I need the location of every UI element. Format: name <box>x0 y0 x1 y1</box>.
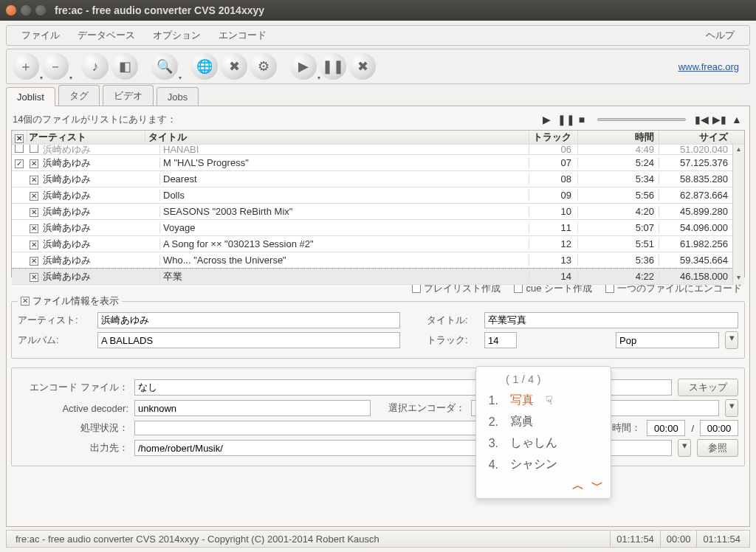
cell-title: A Song for ×× "030213 Session #2" <box>159 238 529 249</box>
seek-slider[interactable] <box>597 118 686 121</box>
table-row[interactable]: ✕浜崎あゆみDearest085:3458.835.280 <box>12 171 732 187</box>
album-label: アルバム: <box>18 334 92 347</box>
media-play-icon[interactable]: ▶ <box>540 114 553 125</box>
search-icon[interactable]: 🔍▾ <box>151 53 178 80</box>
table-row[interactable]: ✕浜崎あゆみ卒業144:2246.158.000 <box>12 269 732 285</box>
artist-input[interactable] <box>97 312 400 328</box>
tab-tags[interactable]: タグ <box>58 85 100 106</box>
browse-button[interactable]: 参照 <box>697 439 738 457</box>
genre-dropdown-icon[interactable]: ▾ <box>725 331 738 349</box>
col-time[interactable]: 時間 <box>577 131 659 144</box>
col-size[interactable]: サイズ <box>659 131 732 144</box>
genre-input[interactable] <box>616 332 719 348</box>
ime-candidate-4[interactable]: 4. シャシン <box>484 454 603 475</box>
ime-counter: ( 1 / 4 ) <box>484 373 603 385</box>
menu-encode[interactable]: エンコード <box>210 26 275 45</box>
title-input[interactable] <box>484 312 738 328</box>
remove-file-button[interactable]: －▾ <box>42 53 69 80</box>
track-label: トラック: <box>427 334 478 347</box>
decoder-input[interactable] <box>134 400 371 416</box>
ime-popup: ( 1 / 4 ) 1. 写真 ☟ 2. 寫眞 3. しゃしん 4. シャシン … <box>475 366 611 499</box>
tab-video[interactable]: ビデオ <box>103 85 154 106</box>
encoder-dropdown-icon[interactable]: ▾ <box>725 399 738 417</box>
row-check[interactable]: ✕ <box>30 176 38 184</box>
table-row[interactable]: ✕浜崎あゆみVoyage115:0754.096.000 <box>12 220 732 236</box>
row-check-outer[interactable]: ✓ <box>15 159 24 168</box>
table-row[interactable]: ✕浜崎あゆみDolls095:5662.873.664 <box>12 187 732 204</box>
play-button[interactable]: ▶▾ <box>290 53 317 80</box>
close-icon[interactable] <box>6 5 16 15</box>
menu-options[interactable]: オプション <box>144 26 210 45</box>
tab-jobs[interactable]: Jobs <box>157 87 199 106</box>
cell-time: 4:22 <box>577 271 659 282</box>
table-body: 浜崎めゆみHANABI064:4951.020.040✓✕浜崎あゆみM "HΛL… <box>12 145 732 285</box>
table-row[interactable]: ✓✕浜崎あゆみM "HΛL'S Progress"075:2457.125.37… <box>12 155 732 171</box>
scrollbar[interactable]: ▴ ▾ <box>732 145 744 285</box>
col-artist[interactable]: アーティスト <box>27 131 145 144</box>
progress-label: 処理状況： <box>18 421 128 435</box>
row-check[interactable]: ✕ <box>30 257 38 266</box>
globe-icon[interactable]: 🌐 <box>191 53 218 80</box>
header-checkbox-all[interactable]: ✕ <box>15 134 24 143</box>
media-pause-icon[interactable]: ❚❚ <box>557 114 571 125</box>
menu-database[interactable]: データベース <box>69 26 144 45</box>
table-row[interactable]: ✕浜崎あゆみSEASONS "2003 ReBirth Mix"104:2045… <box>12 204 732 220</box>
titlebar: fre:ac - free audio converter CVS 2014xx… <box>0 0 756 21</box>
ime-candidate-1[interactable]: 1. 写真 ☟ <box>484 390 603 411</box>
menu-file[interactable]: ファイル <box>13 26 69 45</box>
pause-button[interactable]: ❚❚ <box>320 53 346 80</box>
joblist-count: 14個のファイルがリストにあります： <box>13 113 535 126</box>
menubar: ファイル データベース オプション エンコード ヘルプ <box>6 25 750 46</box>
cell-time: 5:56 <box>577 190 659 201</box>
cd-icon[interactable]: ♪ <box>82 53 109 80</box>
ime-up-icon[interactable]: ︿ <box>572 478 584 494</box>
table-row[interactable]: ✕浜崎あゆみWho... "Across the Universe"135:36… <box>12 252 732 269</box>
stop-button[interactable]: ✖ <box>349 53 376 80</box>
col-track[interactable]: トラック <box>529 131 577 144</box>
row-check[interactable]: ✕ <box>30 208 38 217</box>
album-input[interactable] <box>97 332 400 348</box>
cell-size: 57.125.376 <box>659 157 732 168</box>
add-file-button[interactable]: ＋▾ <box>13 53 39 80</box>
col-title[interactable]: タイトル <box>145 131 529 144</box>
cell-artist: 浜崎めゆみ <box>41 145 159 155</box>
menu-help[interactable]: ヘルプ <box>697 26 743 45</box>
cell-time: 4:49 <box>577 145 659 155</box>
row-check-outer[interactable] <box>15 145 24 153</box>
cancel-icon[interactable]: ✖ <box>221 53 247 80</box>
track-input[interactable] <box>484 332 517 348</box>
joblist-table: ✕ アーティスト タイトル トラック 時間 サイズ 浜崎めゆみHANABI064… <box>11 130 745 277</box>
artist-label: アーティスト: <box>18 314 92 327</box>
media-stop-icon[interactable]: ■ <box>575 114 588 125</box>
ime-down-icon[interactable]: ﹀ <box>591 478 603 494</box>
media-prev-icon[interactable]: ▮◀ <box>695 114 708 125</box>
cell-track: 08 <box>529 173 577 184</box>
row-check[interactable]: ✕ <box>30 273 38 282</box>
title-label: タイトル: <box>427 314 478 327</box>
output-dropdown-icon[interactable]: ▾ <box>678 439 691 457</box>
row-check[interactable] <box>30 145 38 153</box>
homepage-link[interactable]: www.freac.org <box>678 61 743 72</box>
cell-artist: 浜崎あゆみ <box>41 238 159 251</box>
cddb-icon[interactable]: ◧ <box>111 53 138 80</box>
skip-button[interactable]: スキップ <box>678 379 738 396</box>
scroll-up-icon[interactable]: ▴ <box>733 145 744 156</box>
media-eject-icon[interactable]: ▲ <box>730 114 743 125</box>
row-check[interactable]: ✕ <box>30 159 38 168</box>
gear-icon[interactable]: ⚙ <box>250 53 277 80</box>
row-check[interactable]: ✕ <box>30 241 38 249</box>
tab-joblist[interactable]: Joblist <box>6 87 55 106</box>
table-row[interactable]: 浜崎めゆみHANABI064:4951.020.040 <box>12 145 732 155</box>
media-next-icon[interactable]: ▶▮ <box>712 114 726 125</box>
table-row[interactable]: ✕浜崎あゆみA Song for ×× "030213 Session #2"1… <box>12 236 732 252</box>
row-check[interactable]: ✕ <box>30 192 38 201</box>
fileinfo-legend[interactable]: ✕ファイル情報を表示 <box>18 294 122 308</box>
minimize-icon[interactable] <box>21 5 31 15</box>
maximize-icon[interactable] <box>35 5 46 15</box>
cell-size: 58.835.280 <box>659 173 732 184</box>
cell-artist: 浜崎あゆみ <box>41 205 159 218</box>
window-title: fre:ac - free audio converter CVS 2014xx… <box>55 4 264 16</box>
row-check[interactable]: ✕ <box>30 224 38 233</box>
ime-candidate-3[interactable]: 3. しゃしん <box>484 432 603 454</box>
ime-candidate-2[interactable]: 2. 寫眞 <box>484 411 603 432</box>
